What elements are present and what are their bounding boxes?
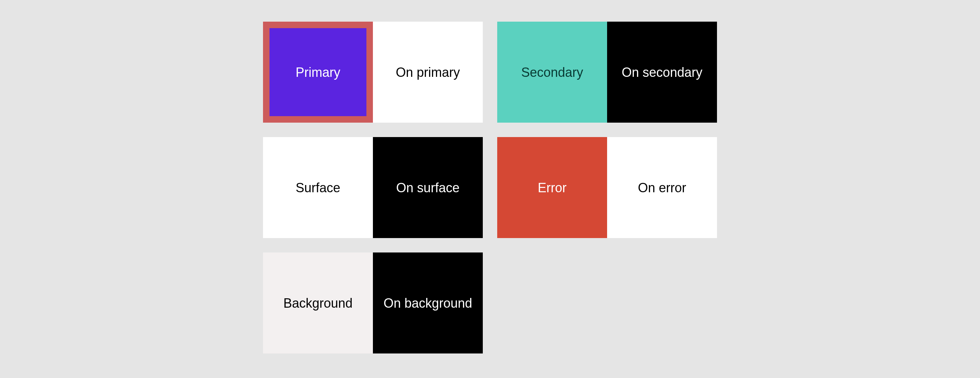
color-scheme-palette: Primary On primary Secondary On secondar… <box>263 22 717 378</box>
palette-pair-primary: Primary On primary <box>263 22 483 123</box>
palette-row: Primary On primary Secondary On secondar… <box>263 22 717 123</box>
swatch-on-error[interactable]: On error <box>607 137 717 238</box>
swatch-on-primary[interactable]: On primary <box>373 22 483 123</box>
palette-pair-error: Error On error <box>497 137 717 238</box>
palette-pair-secondary: Secondary On secondary <box>497 22 717 123</box>
palette-row: Background On background <box>263 252 717 354</box>
palette-row: Surface On surface Error On error <box>263 137 717 238</box>
swatch-secondary[interactable]: Secondary <box>497 22 607 123</box>
swatch-on-surface[interactable]: On surface <box>373 137 483 238</box>
palette-pair-background: Background On background <box>263 252 483 354</box>
swatch-on-secondary[interactable]: On secondary <box>607 22 717 123</box>
swatch-error[interactable]: Error <box>497 137 607 238</box>
swatch-primary[interactable]: Primary <box>263 22 373 123</box>
swatch-background[interactable]: Background <box>263 252 373 354</box>
swatch-surface[interactable]: Surface <box>263 137 373 238</box>
swatch-on-background[interactable]: On background <box>373 252 483 354</box>
palette-pair-surface: Surface On surface <box>263 137 483 238</box>
